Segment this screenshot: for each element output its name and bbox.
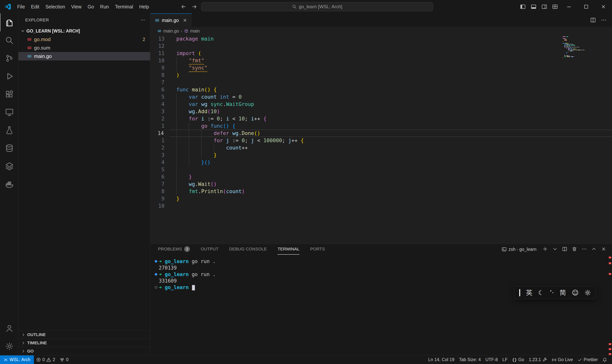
- chevron-down-button[interactable]: [552, 247, 558, 252]
- ime-night-mode[interactable]: ☾: [538, 289, 544, 297]
- line-content[interactable]: import (: [170, 50, 612, 57]
- line-content[interactable]: fmt.Println(count): [170, 188, 612, 195]
- line-content[interactable]: var count int = 0: [170, 93, 612, 101]
- command-decoration[interactable]: [155, 273, 157, 276]
- line-content[interactable]: count++: [170, 144, 612, 151]
- file-go.sum[interactable]: GOgo.sum: [18, 44, 150, 52]
- panel-tab-output[interactable]: OUTPUT: [201, 244, 218, 255]
- file-go.mod[interactable]: GOgo.mod2: [18, 35, 150, 44]
- activity-docker[interactable]: [0, 175, 18, 193]
- maximize-button[interactable]: [578, 0, 595, 13]
- tab-close-button[interactable]: [183, 18, 187, 23]
- ellipsis-icon[interactable]: [141, 18, 146, 23]
- breadcrumb-item[interactable]: main.go: [163, 28, 179, 34]
- activity-testing[interactable]: [0, 121, 18, 139]
- ellipsis-icon[interactable]: [601, 17, 607, 23]
- ellipsis-button[interactable]: [582, 247, 587, 252]
- status-problems[interactable]: 02: [34, 355, 58, 364]
- ime-language-en[interactable]: 英: [526, 288, 532, 297]
- section-timeline[interactable]: TIMELINE: [18, 339, 150, 347]
- status-prettier[interactable]: Prettier: [575, 355, 600, 364]
- activity-accounts[interactable]: [0, 319, 18, 337]
- line-content[interactable]: ): [170, 72, 612, 79]
- minimap[interactable]: [563, 36, 609, 59]
- activity-source-control[interactable]: [0, 49, 18, 67]
- activity-run-debug[interactable]: [0, 67, 18, 85]
- file-main.go[interactable]: GOmain.go: [18, 52, 150, 60]
- line-content[interactable]: wg.Wait(): [170, 181, 612, 188]
- line-content[interactable]: "sync": [170, 64, 612, 72]
- layout-sidebar-right-button[interactable]: [539, 0, 550, 13]
- command-decoration[interactable]: [155, 286, 157, 289]
- line-content[interactable]: }(): [170, 159, 612, 166]
- status-remote-indicator[interactable]: WSL: Arch: [0, 355, 34, 364]
- split-button[interactable]: [562, 247, 567, 252]
- ime-caret[interactable]: [519, 289, 520, 296]
- close-button[interactable]: [601, 247, 606, 252]
- menu-terminal[interactable]: Terminal: [112, 2, 136, 12]
- line-content[interactable]: [170, 166, 612, 173]
- menu-selection[interactable]: Selection: [42, 2, 68, 12]
- status-eol[interactable]: LF: [500, 355, 510, 364]
- breadcrumb-item[interactable]: main: [190, 28, 200, 34]
- ime-punctuation[interactable]: ’·: [550, 289, 554, 297]
- status-language-mode[interactable]: {}Go: [510, 355, 527, 364]
- close-button[interactable]: [595, 0, 612, 13]
- minimize-button[interactable]: [560, 0, 578, 13]
- status-cursor-position[interactable]: Ln 14, Col 19: [426, 355, 457, 364]
- status-go-live[interactable]: Go Live: [549, 355, 575, 364]
- line-content[interactable]: package main: [170, 35, 612, 42]
- line-content[interactable]: }: [170, 173, 612, 181]
- section-go[interactable]: GO: [18, 347, 150, 355]
- line-content[interactable]: }: [170, 195, 612, 202]
- line-content[interactable]: var wg sync.WaitGroup: [170, 101, 612, 108]
- arrow-right-icon[interactable]: [191, 4, 197, 10]
- line-content[interactable]: defer wg.Done(): [170, 130, 612, 137]
- ime-emoji[interactable]: ☺: [572, 289, 579, 297]
- command-decoration[interactable]: [155, 260, 157, 263]
- menu-run[interactable]: Run: [97, 2, 112, 12]
- status-go-version[interactable]: 1.23.1: [527, 355, 549, 364]
- layout-panel-button[interactable]: [528, 0, 539, 13]
- menu-go[interactable]: Go: [84, 2, 97, 12]
- code-editor[interactable]: 13package main1211import (10"fmt"9"sync"…: [150, 35, 612, 244]
- status-notifications[interactable]: [600, 355, 609, 364]
- panel-tab-problems[interactable]: PROBLEMS2: [158, 244, 190, 255]
- activity-database[interactable]: [0, 139, 18, 157]
- line-content[interactable]: for i := 0; i < 10; i++ {: [170, 115, 612, 122]
- line-content[interactable]: [170, 202, 612, 209]
- command-center[interactable]: go_learn [WSL: Arch]: [201, 2, 433, 11]
- section-outline[interactable]: OUTLINE: [18, 331, 150, 339]
- status-indentation[interactable]: Tab Size: 4: [457, 355, 483, 364]
- activity-settings[interactable]: [0, 337, 18, 355]
- menu-view[interactable]: View: [68, 2, 84, 12]
- status-ports[interactable]: 0: [57, 355, 71, 364]
- activity-remote-explorer[interactable]: [0, 103, 18, 121]
- status-encoding[interactable]: UTF-8: [483, 355, 500, 364]
- split-editor-icon[interactable]: [590, 17, 596, 23]
- line-content[interactable]: for j := 0; j < 100000; j++ {: [170, 137, 612, 144]
- arrow-left-icon[interactable]: [181, 4, 186, 10]
- folder-root[interactable]: GO_LEARN [WSL: ARCH]: [18, 27, 150, 35]
- activity-search[interactable]: [0, 31, 18, 49]
- panel-tab-debug-console[interactable]: DEBUG CONSOLE: [229, 244, 267, 255]
- menu-file[interactable]: File: [14, 2, 28, 12]
- line-content[interactable]: [170, 79, 612, 86]
- menu-edit[interactable]: Edit: [28, 2, 42, 12]
- panel-tab-terminal[interactable]: TERMINAL: [278, 244, 299, 255]
- chevron-up-button[interactable]: [591, 247, 597, 252]
- line-content[interactable]: go func() {: [170, 122, 612, 130]
- menu-help[interactable]: Help: [136, 2, 152, 12]
- line-content[interactable]: "fmt": [170, 57, 612, 64]
- line-content[interactable]: [170, 42, 612, 50]
- panel-tab-ports[interactable]: PORTS: [310, 244, 325, 255]
- line-content[interactable]: wg.Add(10): [170, 108, 612, 115]
- ime-settings[interactable]: [585, 289, 591, 296]
- layout-grid-button[interactable]: [550, 0, 560, 13]
- activity-layers[interactable]: [0, 157, 18, 175]
- layout-sidebar-left-button[interactable]: [518, 0, 528, 13]
- activity-extensions[interactable]: [0, 85, 18, 103]
- activity-explorer[interactable]: [0, 13, 18, 31]
- plus-button[interactable]: [543, 247, 548, 252]
- terminal[interactable]: ➜ go_learn go run .270139➜ go_learn go r…: [150, 255, 612, 291]
